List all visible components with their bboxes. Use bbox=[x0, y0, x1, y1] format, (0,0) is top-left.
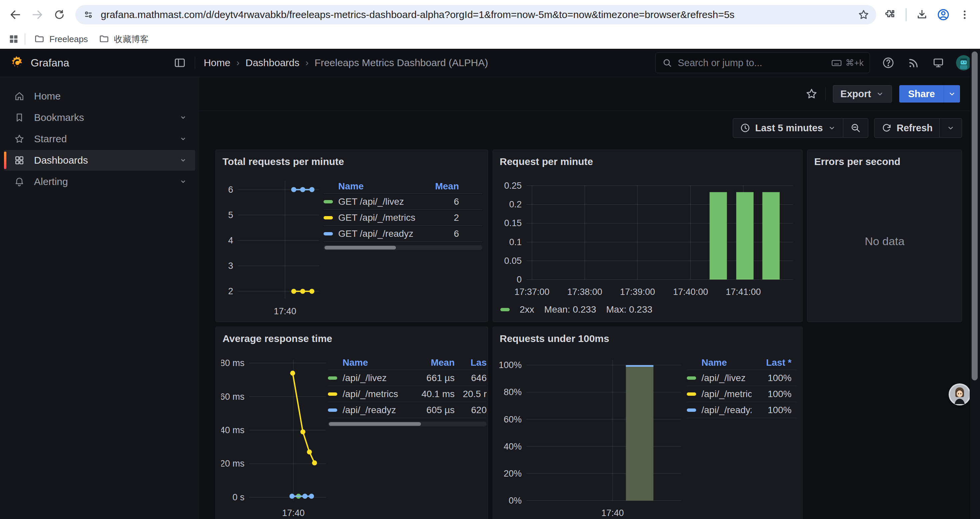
sidebar-item-bookmarks[interactable]: Bookmarks bbox=[4, 107, 195, 128]
legend-header-cell[interactable]: Name bbox=[323, 181, 415, 192]
chevron-down-icon bbox=[946, 124, 955, 132]
downloads-button[interactable] bbox=[913, 5, 931, 24]
series-swatch bbox=[500, 308, 510, 311]
export-button[interactable]: Export bbox=[833, 85, 892, 102]
panel-title[interactable]: Requests under 100ms bbox=[498, 331, 797, 347]
apps-grid-icon bbox=[8, 34, 19, 45]
legend-scrollbar[interactable] bbox=[328, 422, 487, 426]
sidebar-toggle-button[interactable] bbox=[173, 56, 186, 69]
bookmarks-bar: Freeleaps 收藏博客 bbox=[0, 29, 980, 49]
news-rss-button[interactable] bbox=[907, 57, 919, 69]
chevron-down-icon[interactable] bbox=[178, 134, 188, 144]
panel-title[interactable]: Total requests per minute bbox=[221, 154, 482, 169]
bookmark-folder-freeleaps[interactable]: Freeleaps bbox=[29, 31, 94, 47]
bookmark-folder-blogs[interactable]: 收藏博客 bbox=[94, 31, 154, 48]
user-avatar[interactable] bbox=[956, 55, 971, 70]
svg-text:60 ms: 60 ms bbox=[221, 392, 245, 402]
panel-request-per-minute: Request per minute 00.050.10.150.20.2517… bbox=[493, 150, 803, 322]
apps-grid-button[interactable] bbox=[8, 34, 19, 45]
zoom-out-button[interactable] bbox=[843, 118, 868, 137]
legend-header-cell[interactable]: Mean bbox=[415, 181, 459, 192]
legend-header-cell[interactable]: Name bbox=[328, 357, 398, 368]
search-box[interactable]: ⌘+k bbox=[655, 53, 870, 73]
legend-header-cell[interactable]: Name bbox=[687, 357, 751, 368]
extensions-button[interactable] bbox=[881, 5, 900, 24]
forward-button[interactable] bbox=[28, 5, 47, 24]
svg-text:17:37:00: 17:37:00 bbox=[514, 287, 549, 297]
legend-row[interactable]: GET /api/_/metrics2 bbox=[323, 210, 482, 226]
profile-button[interactable] bbox=[934, 5, 953, 24]
panel-legend: NameMeanLas/api/_/livez661 µs646/api/_/m… bbox=[328, 356, 487, 519]
chevron-down-icon[interactable] bbox=[178, 113, 188, 122]
sidebar-item-starred[interactable]: Starred bbox=[4, 129, 195, 149]
timeseries-chart[interactable]: 2345617:40 bbox=[221, 169, 321, 318]
breadcrumb-separator: › bbox=[305, 57, 309, 68]
url-bar[interactable]: grafana.mathmast.com/d/deytv4rwavabkb/fr… bbox=[75, 5, 876, 24]
panel-title[interactable]: Errors per second bbox=[813, 154, 956, 169]
legend-row[interactable]: /api/_/readyz100% bbox=[687, 402, 797, 418]
refresh-button[interactable]: Refresh bbox=[875, 118, 939, 137]
time-range-group: Last 5 minutes bbox=[733, 118, 868, 137]
svg-text:0%: 0% bbox=[509, 496, 522, 506]
search-icon bbox=[662, 57, 673, 68]
legend-row[interactable]: /api/_/livez100% bbox=[687, 370, 797, 386]
breadcrumb-home[interactable]: Home bbox=[204, 57, 231, 69]
chevron-down-icon[interactable] bbox=[178, 177, 188, 186]
legend-row[interactable]: /api/_/metrics100% bbox=[687, 386, 797, 402]
time-range-picker[interactable]: Last 5 minutes bbox=[733, 118, 843, 137]
chevron-down-icon bbox=[876, 89, 884, 98]
legend-scrollbar[interactable] bbox=[323, 245, 482, 250]
url-text[interactable]: grafana.mathmast.com/d/deytv4rwavabkb/fr… bbox=[101, 9, 855, 21]
svg-text:17:40: 17:40 bbox=[601, 508, 624, 518]
refresh-interval-button[interactable] bbox=[940, 118, 962, 137]
bookmark-star-button[interactable] bbox=[855, 6, 872, 23]
svg-text:17:40:00: 17:40:00 bbox=[673, 287, 708, 297]
legend-header: NameMeanLas bbox=[328, 356, 487, 370]
legend-mean: Mean: 0.233 bbox=[544, 304, 597, 315]
legend-header: NameMean bbox=[323, 179, 482, 194]
legend-row[interactable]: /api/_/metrics40.1 ms20.5 r bbox=[328, 386, 487, 402]
grafana-logo[interactable] bbox=[9, 55, 24, 70]
search-input[interactable] bbox=[677, 57, 826, 69]
legend-header-cell[interactable]: Las bbox=[455, 357, 487, 368]
site-settings-icon[interactable] bbox=[83, 9, 94, 21]
legend-row[interactable]: GET /api/_/livez6 bbox=[323, 194, 482, 210]
share-button[interactable]: Share bbox=[899, 85, 943, 102]
share-menu-button[interactable] bbox=[943, 85, 960, 102]
legend-header-cell[interactable]: Last * bbox=[751, 357, 792, 368]
kiosk-monitor-button[interactable] bbox=[932, 56, 945, 69]
app-header: Grafana Home › Dashboards › Freeleaps Me… bbox=[0, 49, 980, 77]
legend-row[interactable]: /api/_/readyz605 µs620 bbox=[328, 402, 487, 418]
bar-chart[interactable]: 0%20%40%60%80%100%17:40 bbox=[498, 347, 685, 519]
dashboard-content: Export Share bbox=[199, 77, 980, 519]
sidebar-item-dashboards[interactable]: Dashboards bbox=[4, 150, 195, 171]
help-button[interactable] bbox=[882, 56, 895, 69]
download-icon bbox=[916, 8, 928, 21]
legend-row[interactable]: GET /api/_/readyz6 bbox=[323, 226, 482, 242]
panel-title[interactable]: Request per minute bbox=[498, 154, 797, 169]
dashboards-grid-icon bbox=[14, 155, 25, 166]
sidebar-item-label: Starred bbox=[34, 133, 67, 145]
reload-button[interactable] bbox=[50, 5, 69, 24]
favorite-star-button[interactable] bbox=[805, 88, 818, 100]
dashboard-scroll-area[interactable]: Last 5 minutes bbox=[199, 111, 980, 519]
breadcrumb-current: Freeleaps Metrics Dashboard (ALPHA) bbox=[315, 57, 488, 69]
page-scrollbar[interactable] bbox=[970, 49, 980, 519]
panel-title[interactable]: Average response time bbox=[221, 331, 482, 347]
bar-chart[interactable]: 00.050.10.150.20.2517:37:0017:38:0017:39… bbox=[498, 169, 797, 301]
floating-assistant-avatar[interactable] bbox=[949, 383, 970, 406]
sidebar-item-alerting[interactable]: Alerting bbox=[4, 171, 195, 192]
browser-menu-button[interactable] bbox=[955, 5, 974, 24]
timeseries-chart[interactable]: 0 s20 ms40 ms60 ms80 ms17:40 bbox=[221, 347, 328, 519]
breadcrumb: Home › Dashboards › Freeleaps Metrics Da… bbox=[204, 57, 488, 69]
legend-row[interactable]: /api/_/livez661 µs646 bbox=[328, 370, 487, 386]
sidebar-item-home[interactable]: Home bbox=[4, 86, 195, 107]
legend-series-2xx[interactable]: 2xx bbox=[500, 304, 535, 315]
legend-header-cell[interactable]: Mean bbox=[398, 357, 455, 368]
back-button[interactable] bbox=[6, 5, 25, 24]
scrollbar-thumb[interactable] bbox=[972, 51, 978, 380]
sidebar-item-label: Dashboards bbox=[34, 155, 88, 166]
breadcrumb-dashboards[interactable]: Dashboards bbox=[245, 57, 299, 69]
chevron-down-icon[interactable] bbox=[178, 156, 188, 165]
svg-text:20 ms: 20 ms bbox=[221, 458, 245, 469]
